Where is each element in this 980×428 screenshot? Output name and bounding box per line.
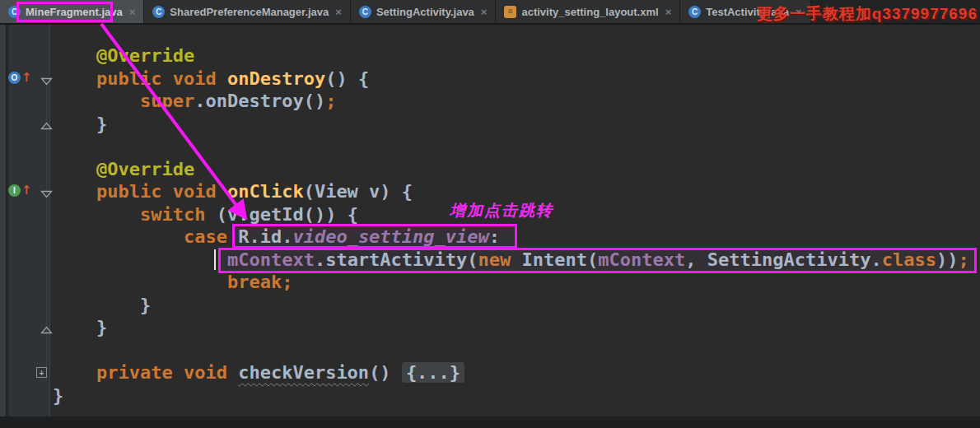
xml-file-icon: ≡ (504, 6, 516, 18)
code-line[interactable]: } (53, 113, 980, 136)
editor-tab[interactable]: ≡activity_setting_layout.xml× (496, 0, 680, 23)
code-line[interactable]: private void checkVersion() {...} (53, 361, 980, 384)
code-line[interactable]: } (53, 384, 980, 407)
tab-bar: CMineFragment.java×CSharedPreferenceMana… (0, 0, 980, 25)
editor-tab[interactable]: CSharedPreferenceManager.java× (144, 0, 351, 23)
code-line[interactable]: mContext.startActivity(new Intent(mConte… (53, 249, 980, 272)
code-area: @Override public void onDestroy() { supe… (0, 25, 980, 407)
tab-close-icon[interactable]: × (665, 7, 672, 17)
code-line[interactable]: @Override (53, 44, 980, 67)
code-line[interactable]: super.onDestroy(); (53, 90, 980, 113)
editor-tab[interactable]: CTestActivity.java× (680, 0, 810, 23)
code-line[interactable]: case R.id.video_setting_view: (53, 226, 980, 249)
tab-label: activity_setting_layout.xml (521, 6, 658, 18)
code-line[interactable]: @Override (53, 158, 980, 181)
text-caret (214, 249, 216, 270)
code-line[interactable]: switch (v.getId()) { (53, 203, 980, 226)
tab-label: TestActivity.java (706, 6, 789, 18)
tab-close-icon[interactable]: × (335, 7, 342, 17)
code-line[interactable]: } (53, 294, 980, 317)
java-class-icon: C (8, 6, 21, 18)
java-class-icon: C (152, 6, 165, 18)
tab-label: SharedPreferenceManager.java (170, 6, 329, 18)
code-line[interactable] (53, 339, 980, 362)
java-class-icon: C (359, 6, 371, 18)
java-class-icon: C (688, 6, 701, 18)
code-line[interactable]: break; (53, 271, 980, 294)
editor-tab[interactable]: CSettingActivity.java× (351, 0, 497, 23)
window-bottom-edge (0, 416, 980, 428)
tab-close-icon[interactable]: × (481, 7, 488, 17)
editor-tab[interactable]: CMineFragment.java× (0, 0, 144, 23)
tab-close-icon[interactable]: × (796, 7, 802, 17)
tab-close-icon[interactable]: × (129, 7, 136, 17)
tab-label: SettingActivity.java (376, 6, 474, 18)
code-line[interactable]: public void onClick(View v) { (53, 180, 980, 203)
code-line[interactable]: public void onDestroy() { (53, 67, 980, 91)
code-line[interactable] (53, 135, 980, 158)
tab-label: MineFragment.java (26, 6, 123, 18)
code-line[interactable]: } (53, 316, 980, 339)
